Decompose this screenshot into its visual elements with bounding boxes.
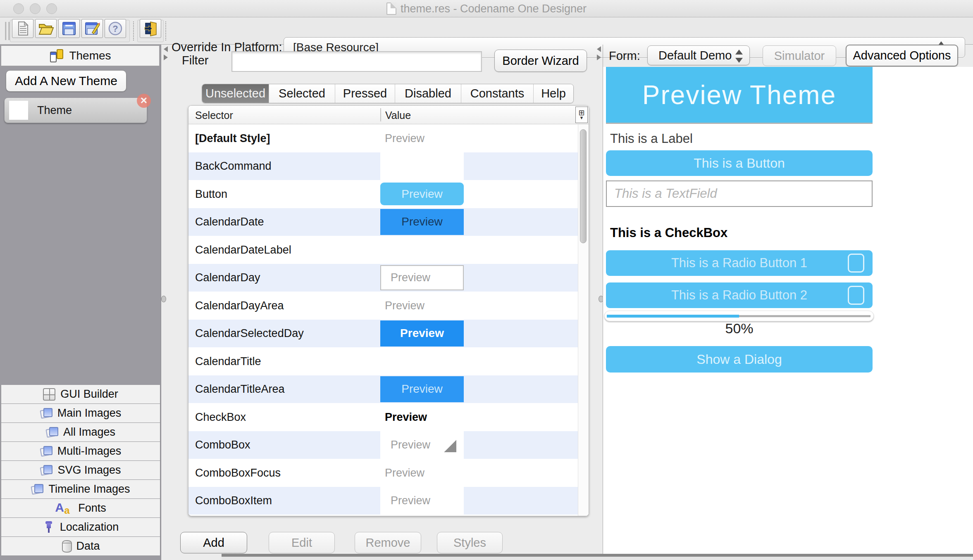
sidebar-item-all-images[interactable]: All Images — [1, 422, 160, 442]
selector-name: CalendarSelectedDay — [195, 327, 304, 340]
exit-button[interactable] — [140, 19, 161, 38]
sidebar-nav: GUI BuilderMain ImagesAll ImagesMulti-Im… — [1, 385, 160, 556]
scrollbar-thumb[interactable] — [580, 129, 587, 243]
table-row[interactable]: CalendarDayAreaPreview — [188, 292, 589, 320]
themes-header: Themes — [1, 45, 160, 66]
form-label: Form: — [609, 49, 640, 63]
table-row[interactable]: [Default Style]Preview — [188, 124, 589, 152]
svg-text:?: ? — [112, 24, 118, 34]
toolbar-grip[interactable] — [8, 22, 10, 40]
tab-selected[interactable]: Selected — [269, 84, 335, 103]
advanced-options-button[interactable]: Advanced Options — [846, 45, 958, 66]
save-as-icon — [84, 20, 100, 37]
value-preview-button: Preview — [380, 209, 464, 235]
table-row[interactable]: CheckBoxPreview — [188, 403, 589, 431]
selector-name: CalendarDayArea — [195, 299, 284, 312]
theme-list-item[interactable]: Theme ✕ — [4, 97, 147, 123]
edit-button[interactable]: Edit — [269, 532, 335, 553]
sidebar-item-label: Multi-Images — [57, 445, 122, 458]
tab-pressed[interactable]: Pressed — [335, 84, 395, 103]
images-icon — [31, 483, 43, 496]
table-row[interactable]: ButtonPreview — [188, 180, 589, 208]
table-row[interactable]: ComboBoxPreview — [188, 431, 589, 459]
fonts-icon: Aa — [55, 502, 73, 515]
selector-name: ComboBoxItem — [195, 494, 272, 507]
images-icon — [40, 407, 52, 420]
column-header-selector[interactable]: Selector — [195, 109, 233, 121]
show-dialog-button[interactable]: Show a Dialog — [606, 346, 873, 373]
preview-radio-1-label: This is a Radio Button 1 — [671, 256, 807, 271]
tab-unselected[interactable]: Unselected — [202, 84, 269, 103]
filter-input[interactable] — [231, 51, 482, 72]
new-file-button[interactable] — [12, 19, 33, 38]
value-preview: Preview — [391, 494, 430, 507]
add-theme-button[interactable]: Add A New Theme — [6, 70, 126, 92]
value-preview-button: Preview — [380, 183, 464, 205]
preview-textfield[interactable] — [606, 180, 873, 207]
sidebar-item-label: Timeline Images — [48, 483, 130, 496]
theme-item-label: Theme — [37, 104, 72, 117]
save-as-button[interactable] — [81, 19, 103, 38]
preview-title-text: Preview Theme — [642, 80, 836, 110]
sidebar-item-localization[interactable]: Localization — [1, 517, 160, 537]
sidebar-item-timeline-images[interactable]: Timeline Images — [1, 479, 160, 499]
sidebar-item-main-images[interactable]: Main Images — [1, 403, 160, 423]
zoom-window-button[interactable] — [46, 3, 57, 14]
left-splitter-handle[interactable] — [161, 296, 166, 302]
sidebar-item-data[interactable]: Data — [1, 536, 160, 556]
preview-radio-1[interactable]: This is a Radio Button 1 — [606, 250, 873, 276]
value-preview: Preview — [385, 411, 427, 423]
border-wizard-button[interactable]: Border Wizard — [494, 50, 587, 72]
exit-icon — [142, 20, 159, 37]
tab-constants[interactable]: Constants — [461, 84, 534, 103]
preview-title-bar: Preview Theme — [606, 67, 873, 124]
styles-button[interactable]: Styles — [437, 532, 503, 553]
column-divider[interactable] — [380, 108, 381, 121]
table-row[interactable]: CalendarSelectedDayPreview — [188, 320, 589, 348]
sidebar-item-gui-builder[interactable]: GUI Builder — [1, 384, 160, 404]
table-scrollbar[interactable] — [578, 124, 589, 516]
collapse-right-panel-icon[interactable] — [597, 46, 603, 61]
sidebar-item-label: Fonts — [78, 502, 106, 515]
table-row[interactable]: CalendarDateLabel — [188, 236, 589, 264]
table-row[interactable]: BackCommand — [188, 152, 589, 180]
table-row[interactable]: ComboBoxItemPreview — [188, 487, 589, 515]
column-header-value[interactable]: Value — [385, 109, 411, 121]
help-button[interactable]: ? — [105, 19, 126, 38]
sidebar-item-multi-images[interactable]: Multi-Images — [1, 441, 160, 461]
save-button[interactable] — [58, 19, 80, 38]
help-icon: ? — [107, 20, 124, 37]
new-file-icon — [14, 20, 31, 37]
selector-name: CalendarDate — [195, 216, 264, 228]
collapse-left-panel-icon[interactable] — [164, 46, 169, 61]
bottom-divider — [222, 554, 973, 557]
form-select[interactable]: Default Demo — [647, 45, 750, 65]
toolbar-separator — [165, 21, 166, 40]
table-row[interactable]: CalendarTitleAreaPreview — [188, 375, 589, 403]
simulator-button[interactable]: Simulator — [763, 45, 836, 66]
sidebar-item-fonts[interactable]: AaFonts — [1, 498, 160, 518]
tab-disabled[interactable]: Disabled — [395, 84, 461, 103]
sidebar-item-label: Main Images — [57, 407, 122, 420]
table-row[interactable]: CalendarDatePreview — [188, 208, 589, 236]
column-control-button[interactable]: ⊞▼ — [575, 107, 588, 123]
minimize-window-button[interactable] — [30, 3, 41, 14]
value-cell — [380, 152, 464, 180]
remove-button[interactable]: Remove — [355, 532, 421, 553]
sidebar-item-svg-images[interactable]: SVG Images — [1, 460, 160, 480]
add-button[interactable]: Add — [180, 532, 247, 553]
preview-checkbox[interactable]: This is a CheckBox — [610, 225, 727, 240]
images-icon — [46, 426, 58, 439]
table-row[interactable]: ComboBoxFocusPreview — [188, 459, 589, 487]
table-row[interactable]: CalendarDayPreview — [188, 264, 589, 292]
toolbar-grip[interactable] — [5, 22, 6, 40]
value-preview: Preview — [391, 271, 430, 284]
table-row[interactable]: CalendarTitle — [188, 347, 589, 375]
sidebar-item-label: GUI Builder — [60, 388, 118, 401]
open-file-button[interactable] — [35, 19, 57, 38]
delete-theme-icon[interactable]: ✕ — [137, 94, 151, 108]
close-window-button[interactable] — [13, 3, 24, 14]
preview-button[interactable]: This is a Button — [606, 150, 873, 176]
tab-help[interactable]: Help — [534, 84, 573, 103]
preview-radio-2[interactable]: This is a Radio Button 2 — [606, 282, 873, 308]
